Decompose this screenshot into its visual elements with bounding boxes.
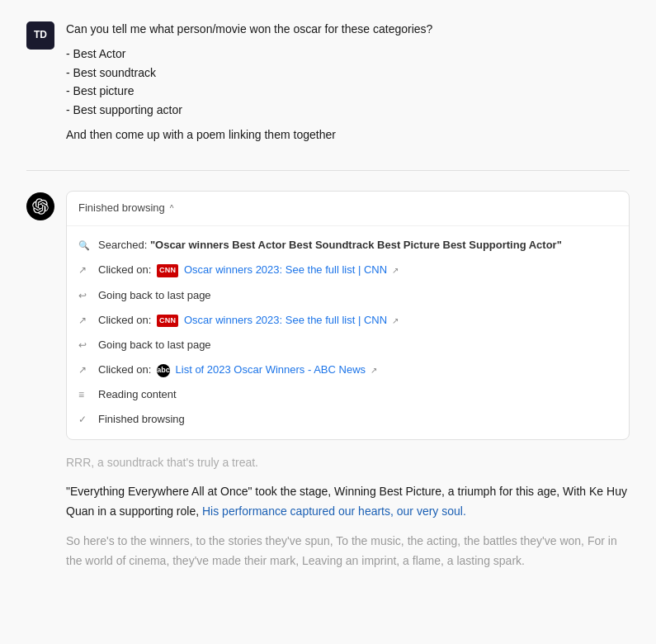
chat-container: TD Can you tell me what person/movie won… [0,0,656,601]
cnn-badge-2: CNN [157,315,178,328]
click-abc-text: Clicked on: abc List of 2023 Oscar Winne… [98,362,617,378]
assistant-poem-text: RRR, a soundtrack that's truly a treat. … [66,453,630,571]
user-text-content: Can you tell me what person/movie won th… [66,20,630,150]
click-icon-1 [78,263,92,278]
back-2-text: Going back to last page [98,337,617,353]
click-cnn-1-text: Clicked on: CNN Oscar winners 2023: See … [98,262,617,278]
user-followup: And then come up with a poem linking the… [66,125,630,144]
browsing-item-back-1: Going back to last page [67,283,629,308]
external-link-icon-1: ↗ [392,266,399,275]
external-link-icon-2: ↗ [392,316,399,325]
search-text: Searched: "Oscar winners Best Actor Best… [98,237,617,253]
abc-link[interactable]: List of 2023 Oscar Winners - ABC News [176,363,366,376]
browsing-header-label: Finished browsing [78,200,165,217]
category-best-actor: Best Actor [66,45,630,63]
back-icon-2 [78,338,92,353]
chevron-up-icon: ^ [170,202,174,215]
browsing-item-click-cnn-1: Clicked on: CNN Oscar winners 2023: See … [67,258,629,282]
browsing-header[interactable]: Finished browsing ^ [67,192,629,226]
browsing-item-click-abc: Clicked on: abc List of 2023 Oscar Winne… [67,358,629,382]
user-question: Can you tell me what person/movie won th… [66,20,630,38]
browsing-item-finished: Finished browsing [67,407,629,432]
click-icon-3 [78,362,92,378]
cnn-link-1[interactable]: Oscar winners 2023: See the full list | … [184,263,387,276]
cnn-badge-1: CNN [157,264,178,277]
browsing-item-back-2: Going back to last page [67,333,629,358]
browsing-item-reading: Reading content [67,382,629,407]
check-icon [78,412,92,428]
user-avatar: TD [26,21,54,50]
category-best-supporting-actor: Best supporting actor [66,101,630,119]
search-icon [78,238,92,253]
user-message: TD Can you tell me what person/movie won… [0,0,656,170]
external-link-icon-3: ↗ [370,366,377,375]
read-icon [78,387,92,403]
browsing-item-click-cnn-2: Clicked on: CNN Oscar winners 2023: See … [67,308,629,333]
browsing-panel: Finished browsing ^ Searched: "Oscar win… [66,191,630,439]
back-icon-1 [78,288,92,304]
finished-text: Finished browsing [98,411,617,428]
search-query: "Oscar winners Best Actor Best Soundtrac… [150,239,562,251]
browsing-item-search: Searched: "Oscar winners Best Actor Best… [67,233,629,258]
click-icon-2 [78,313,92,329]
poem-verse-2: So here's to the winners, to the stories… [66,532,630,571]
truncated-line: RRR, a soundtrack that's truly a treat. [66,453,630,473]
reading-text: Reading content [98,386,617,403]
assistant-content: Finished browsing ^ Searched: "Oscar win… [66,191,630,580]
back-1-text: Going back to last page [98,287,617,304]
category-best-soundtrack: Best soundtrack [66,64,630,82]
abc-badge: abc [157,364,170,377]
assistant-message: Finished browsing ^ Searched: "Oscar win… [0,171,656,600]
user-categories-list: Best Actor Best soundtrack Best picture … [66,45,630,119]
assistant-avatar [26,192,54,220]
poem-highlighted-1: His performance captured our hearts, our… [202,504,466,518]
browsing-items-list: Searched: "Oscar winners Best Actor Best… [67,226,629,439]
click-cnn-2-text: Clicked on: CNN Oscar winners 2023: See … [98,312,617,329]
poem-verse-1: "Everything Everywhere All at Once" took… [66,482,630,522]
cnn-link-2[interactable]: Oscar winners 2023: See the full list | … [184,314,387,326]
category-best-picture: Best picture [66,82,630,100]
